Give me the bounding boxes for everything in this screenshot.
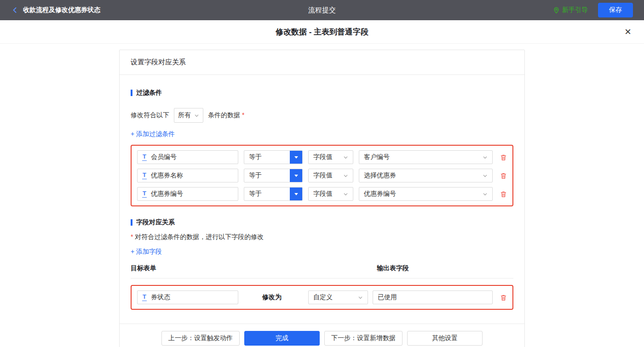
mapping-description: * 对符合过滤条件的数据，进行以下字段的修改 (131, 233, 513, 241)
section-marker (131, 219, 132, 226)
chevron-down-icon (483, 192, 488, 197)
trash-icon (500, 172, 507, 179)
filter-condition-row: T 会员编号 等于 字段值 客户编号 (137, 150, 507, 164)
output-field-header: 输出表字段 (377, 264, 409, 273)
chevron-down-icon (343, 192, 348, 197)
delete-row-button[interactable] (500, 154, 507, 161)
chevron-down-icon (483, 155, 488, 160)
text-field-icon: T (142, 172, 147, 179)
operator-value: 等于 (244, 169, 290, 182)
value-type-select[interactable]: 字段值 (308, 187, 353, 201)
match-mode-select[interactable]: 所有 (174, 108, 203, 123)
text-field-icon: T (142, 294, 147, 301)
operator-select[interactable]: 等于 (244, 150, 303, 164)
delete-row-button[interactable] (500, 191, 507, 198)
beginner-guide-link[interactable]: 新手引导 (553, 6, 588, 14)
filter-match-line: 修改符合以下 所有 条件的数据 * (131, 108, 513, 123)
beginner-guide-label: 新手引导 (562, 6, 588, 14)
filter-conditions-highlight-box: T 会员编号 等于 字段值 客户编号 (131, 145, 513, 206)
field-value: 优惠券编号 (151, 190, 183, 198)
target-field-value: 券状态 (151, 293, 170, 301)
text-field-icon: T (142, 154, 147, 161)
target-field-select[interactable]: T 券状态 (137, 290, 238, 304)
location-pin-icon (553, 7, 560, 14)
mapping-section-title: 字段对应关系 (131, 218, 513, 227)
trash-icon (500, 294, 507, 301)
value-type-value: 字段值 (313, 153, 333, 161)
value-type-select[interactable]: 字段值 (308, 150, 353, 164)
field-mapping-card: 设置字段对应关系 过滤条件 修改符合以下 所有 条件的数据 * + 添加过滤条件… (119, 50, 525, 347)
chevron-down-icon (194, 113, 199, 118)
topbar: 收款流程及修改优惠券状态 流程提交 新手引导 保存 (0, 0, 644, 20)
add-filter-condition-link[interactable]: + 添加过滤条件 (131, 130, 175, 138)
card-footer: 上一步：设置触发动作 完成 下一步：设置新增数据 其他设置 (120, 324, 524, 347)
back-button[interactable] (11, 6, 18, 14)
match-mode-value: 所有 (178, 111, 191, 119)
mapping-column-headers: 目标表单 输出表字段 (131, 264, 513, 279)
required-mark: * (242, 111, 244, 119)
compare-value-select[interactable]: 优惠券编号 (359, 187, 493, 201)
delete-row-button[interactable] (500, 294, 507, 301)
filter-prefix-text: 修改符合以下 (131, 111, 169, 119)
mapping-highlight-box: T 券状态 修改为 自定义 (131, 285, 513, 310)
compare-value: 客户编号 (364, 153, 390, 161)
flow-title: 收款流程及修改优惠券状态 (23, 6, 100, 14)
chevron-down-icon (358, 295, 363, 300)
field-value: 优惠券名称 (151, 171, 183, 180)
field-value: 会员编号 (151, 153, 177, 161)
modify-to-label: 修改为 (262, 293, 282, 301)
modal-title: 修改数据 - 主表到普通字段 (276, 27, 368, 37)
value-type-value: 字段值 (313, 171, 333, 180)
chevron-left-icon (11, 6, 18, 14)
save-button[interactable]: 保存 (598, 3, 633, 17)
card-header-title: 设置字段对应关系 (120, 50, 524, 75)
required-mark: * (131, 233, 133, 240)
modal-header: 修改数据 - 主表到普通字段 × (0, 20, 644, 44)
compare-value-select[interactable]: 客户编号 (359, 150, 493, 164)
trash-icon (500, 191, 507, 198)
chevron-down-icon (483, 173, 488, 178)
mapping-section-label: 字段对应关系 (136, 218, 175, 227)
filter-condition-row: T 优惠券名称 等于 字段值 选择优惠券 (137, 169, 507, 182)
filter-section-title: 过滤条件 (131, 89, 513, 97)
field-select[interactable]: T 会员编号 (137, 150, 238, 164)
output-value-input[interactable] (373, 290, 493, 304)
done-button[interactable]: 完成 (244, 331, 320, 346)
prev-step-button[interactable]: 上一步：设置触发动作 (161, 331, 240, 346)
text-field-icon: T (142, 190, 147, 198)
target-form-header: 目标表单 (131, 264, 377, 273)
operator-dropdown-button[interactable] (290, 188, 302, 200)
chevron-down-icon (343, 173, 348, 178)
trash-icon (500, 154, 507, 161)
close-icon[interactable]: × (625, 26, 631, 37)
field-select[interactable]: T 优惠券名称 (137, 169, 238, 182)
triangle-down-icon (294, 175, 298, 177)
operator-select[interactable]: 等于 (244, 187, 303, 201)
operator-select[interactable]: 等于 (244, 169, 303, 182)
value-type-value: 字段值 (313, 190, 333, 198)
mapping-row: T 券状态 修改为 自定义 (137, 290, 507, 304)
filter-condition-row: T 优惠券编号 等于 字段值 优惠券编号 (137, 187, 507, 201)
value-mode-select[interactable]: 自定义 (308, 290, 368, 304)
next-step-button[interactable]: 下一步：设置新增数据 (324, 331, 402, 346)
filter-section-label: 过滤条件 (136, 89, 162, 97)
compare-value: 优惠券编号 (364, 190, 396, 198)
chevron-down-icon (343, 155, 348, 160)
value-type-select[interactable]: 字段值 (308, 169, 353, 182)
compare-value: 选择优惠券 (364, 171, 396, 180)
triangle-down-icon (294, 156, 298, 159)
operator-value: 等于 (244, 188, 290, 200)
field-select[interactable]: T 优惠券编号 (137, 187, 238, 201)
operator-value: 等于 (244, 151, 290, 164)
section-marker (131, 90, 132, 96)
other-settings-button[interactable]: 其他设置 (407, 331, 483, 346)
compare-value-select[interactable]: 选择优惠券 (359, 169, 493, 182)
operator-dropdown-button[interactable] (290, 169, 302, 182)
value-mode-value: 自定义 (313, 293, 333, 301)
operator-dropdown-button[interactable] (290, 151, 302, 164)
triangle-down-icon (294, 193, 298, 195)
filter-suffix-text: 条件的数据 * (208, 111, 244, 119)
add-field-link[interactable]: + 添加字段 (131, 248, 162, 256)
delete-row-button[interactable] (500, 172, 507, 179)
